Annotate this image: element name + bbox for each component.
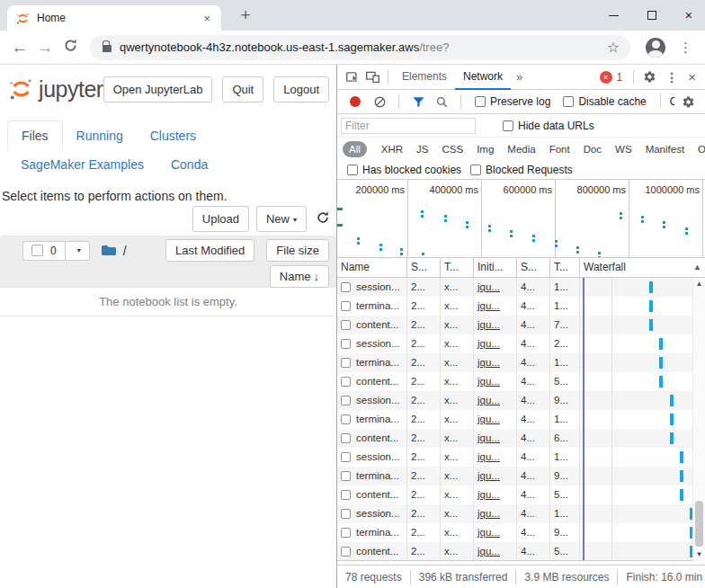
row-checkbox[interactable] [341, 301, 351, 311]
has-blocked-cookies-checkbox[interactable]: Has blocked cookies [347, 164, 461, 176]
breadcrumb-path[interactable]: / [123, 244, 127, 258]
network-row[interactable]: content...2...x...jqu...4...5... [337, 372, 692, 391]
cell-initiator[interactable]: jqu... [474, 410, 517, 429]
row-checkbox[interactable] [341, 320, 351, 330]
filter-pill-other[interactable]: Other [692, 141, 705, 157]
cell-initiator[interactable]: jqu... [474, 278, 517, 297]
row-checkbox[interactable] [341, 339, 351, 349]
clear-icon[interactable] [370, 92, 389, 111]
select-dropdown-button[interactable]: ▾ [65, 241, 90, 261]
cell-initiator[interactable]: jqu... [474, 334, 517, 353]
network-row[interactable]: termina...2...x...jqu...4...1... [337, 353, 692, 372]
inspect-element-icon[interactable] [343, 67, 362, 87]
more-tabs-icon[interactable]: » [511, 70, 528, 84]
upload-button[interactable]: Upload [192, 206, 249, 232]
network-row[interactable]: content...2...x...jqu...4...6... [337, 429, 692, 448]
filter-pill-js[interactable]: JS [410, 141, 434, 157]
window-maximize-button[interactable] [647, 11, 656, 20]
cell-initiator[interactable]: jqu... [474, 391, 517, 410]
row-checkbox[interactable] [341, 358, 351, 368]
device-toolbar-icon[interactable] [362, 67, 382, 87]
network-settings-gear-icon[interactable] [678, 92, 698, 111]
devtools-tab-elements[interactable]: Elements [394, 65, 455, 90]
devtools-menu-icon[interactable]: ⋮ [659, 70, 684, 85]
column-header-t[interactable]: T... [441, 258, 474, 278]
column-header-waterfall[interactable]: Waterfall▲ [580, 258, 705, 278]
reload-icon[interactable] [58, 38, 83, 58]
profile-avatar[interactable] [646, 38, 665, 58]
tab-clusters[interactable]: Clusters [137, 121, 210, 150]
cell-initiator[interactable]: jqu... [474, 504, 517, 523]
select-all-checkbox[interactable] [31, 245, 43, 256]
window-minimize-button[interactable] [609, 15, 619, 16]
record-icon[interactable] [350, 96, 361, 107]
row-checkbox[interactable] [341, 547, 351, 557]
network-row[interactable]: termina...2...x...jqu...4...9... [337, 523, 692, 542]
cell-initiator[interactable]: jqu... [474, 486, 517, 504]
open-jupyterlab-button[interactable]: Open JupyterLab [103, 76, 213, 102]
browser-menu-icon[interactable]: ⋮ [674, 40, 698, 56]
filter-pill-font[interactable]: Font [543, 141, 576, 157]
sort-asc-icon[interactable]: ▲ [693, 258, 701, 277]
name-sort-button[interactable]: Name↓ [270, 265, 329, 288]
preserve-log-checkbox[interactable]: Preserve log [475, 95, 550, 108]
filter-pill-all[interactable]: All [343, 141, 367, 157]
throttling-select[interactable]: Onlin [670, 95, 674, 108]
devtools-close-icon[interactable]: × [684, 69, 700, 85]
hide-data-urls-checkbox[interactable]: Hide data URLs [503, 120, 594, 132]
search-icon[interactable] [432, 92, 451, 111]
row-checkbox[interactable] [341, 509, 351, 519]
tab-sagemaker-examples[interactable]: SageMaker Examples [7, 150, 157, 179]
row-checkbox[interactable] [341, 396, 351, 405]
error-badge-icon[interactable]: × [600, 71, 612, 84]
new-dropdown-button[interactable]: New▾ [256, 206, 307, 232]
column-header-s[interactable]: S... [517, 258, 550, 278]
network-row[interactable]: termina...2...x...jqu...4...9... [337, 467, 692, 486]
row-checkbox[interactable] [341, 377, 351, 387]
filter-pill-xhr[interactable]: XHR [375, 141, 409, 157]
tab-running[interactable]: Running [63, 121, 137, 150]
window-close-button[interactable]: × [685, 8, 692, 22]
filter-pill-media[interactable]: Media [501, 141, 541, 157]
settings-gear-icon[interactable] [639, 67, 659, 87]
cell-initiator[interactable]: jqu... [474, 429, 517, 448]
filter-input[interactable] [341, 118, 476, 134]
logout-button[interactable]: Logout [273, 76, 329, 102]
scroll-up-icon[interactable]: ▲ [693, 278, 705, 290]
network-row[interactable]: content...2...x...jqu...4...5... [337, 486, 692, 504]
folder-icon[interactable] [101, 245, 117, 256]
row-checkbox[interactable] [341, 452, 351, 462]
network-row[interactable]: session...2...x...jqu...4...1... [337, 448, 692, 467]
network-row[interactable]: content...2...x...jqu...4...7... [337, 316, 692, 334]
filter-pill-doc[interactable]: Doc [577, 141, 608, 157]
cell-initiator[interactable]: jqu... [474, 353, 517, 372]
tab-conda[interactable]: Conda [157, 150, 221, 179]
cell-initiator[interactable]: jqu... [474, 316, 517, 334]
column-header-t[interactable]: T... [550, 258, 580, 278]
network-row[interactable]: termina...2...x...jqu...4...1... [337, 297, 692, 316]
cell-initiator[interactable]: jqu... [474, 542, 517, 561]
back-icon[interactable]: ← [7, 38, 32, 58]
quit-button[interactable]: Quit [222, 76, 263, 102]
network-row[interactable]: content...2...x...jqu...4...5... [337, 542, 692, 561]
network-row[interactable]: session...2...x...jqu...4...9... [337, 391, 692, 410]
disable-cache-checkbox[interactable]: Disable cache [563, 95, 646, 108]
filter-funnel-icon[interactable] [408, 92, 428, 111]
cell-initiator[interactable]: jqu... [474, 467, 517, 486]
blocked-requests-checkbox[interactable]: Blocked Requests [470, 164, 573, 176]
file-size-sort-button[interactable]: File size [266, 239, 329, 262]
cell-initiator[interactable]: jqu... [474, 523, 517, 542]
network-row[interactable]: session...2...x...jqu...4...1... [337, 504, 692, 523]
row-checkbox[interactable] [341, 471, 351, 481]
lock-icon[interactable] [103, 45, 112, 52]
refresh-icon[interactable] [316, 210, 330, 227]
cell-initiator[interactable]: jqu... [474, 297, 517, 316]
column-header-s[interactable]: S... [407, 258, 441, 278]
tab-files[interactable]: Files [7, 120, 63, 150]
network-row[interactable]: session...2...x...jqu...4...2... [337, 334, 692, 353]
row-checkbox[interactable] [341, 528, 351, 538]
bookmark-star-icon[interactable]: ☆ [607, 39, 620, 56]
row-checkbox[interactable] [341, 433, 351, 443]
filter-pill-css[interactable]: CSS [435, 141, 469, 157]
scroll-down-icon[interactable]: ▼ [693, 548, 705, 561]
